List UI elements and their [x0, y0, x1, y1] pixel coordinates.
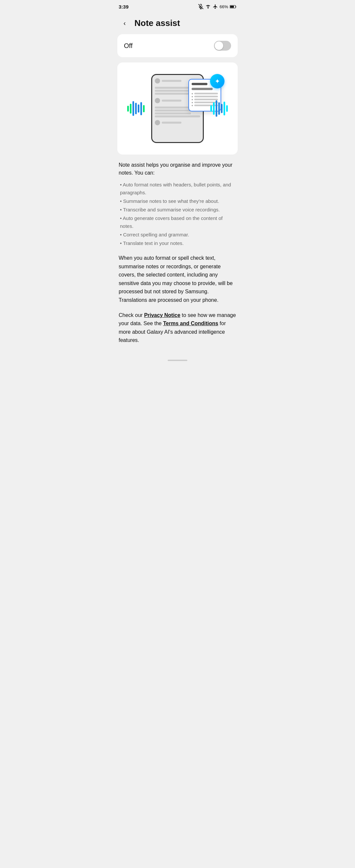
wave-bar: [132, 101, 134, 116]
bullet-5: • Correct spelling and grammar.: [120, 231, 236, 239]
bullet-dot: [192, 99, 193, 100]
wave-bar: [213, 102, 215, 115]
battery-icon: [230, 5, 236, 9]
desc-bullets: • Auto format notes with headers, bullet…: [119, 181, 236, 247]
avatar-circle: [155, 78, 160, 84]
wave-bar: [127, 105, 129, 112]
wave-bar: [130, 103, 131, 114]
text-line: [162, 100, 182, 102]
scroll-bar: [168, 360, 187, 361]
illustration-container: ✦: [124, 69, 231, 148]
desc-note: When you auto format or spell check text…: [119, 254, 236, 305]
bullet-2: • Summarise notes to see what they're ab…: [120, 197, 236, 205]
wave-bar: [211, 105, 212, 112]
bullet-3: • Transcribe and summarise voice recordi…: [120, 206, 236, 214]
wave-bar: [226, 105, 228, 112]
back-icon: ‹: [124, 20, 126, 27]
toggle-switch[interactable]: [214, 41, 231, 51]
wave-bar: [143, 105, 144, 112]
avatar-circle: [155, 120, 160, 125]
wave-bar: [138, 104, 139, 113]
airplane-icon: [213, 4, 218, 9]
sparkle-icon: ✦: [215, 77, 220, 85]
bullet-6: • Translate text in your notes.: [120, 239, 236, 247]
status-time: 3:39: [119, 4, 129, 9]
doc-title-line-wide: [192, 88, 213, 90]
bullet-1: • Auto format notes with headers, bullet…: [120, 181, 236, 197]
wave-bar: [135, 103, 137, 115]
text-line: [155, 90, 191, 92]
privacy-text-1: Check our: [119, 312, 144, 318]
bullet-line: [194, 93, 218, 94]
description-section: Note assist helps you organise and impro…: [114, 160, 241, 356]
svg-rect-4: [230, 6, 234, 7]
bullet-dot: [192, 96, 193, 97]
wave-bar: [216, 100, 217, 117]
doc-title-line: [192, 83, 207, 85]
phone-row: [155, 120, 200, 125]
toggle-knob: [215, 41, 223, 50]
page-title: Note assist: [134, 18, 180, 28]
toggle-card: Off: [117, 34, 238, 57]
wave-bar: [218, 102, 220, 115]
desc-privacy: Check our Privacy Notice to see how we m…: [119, 311, 236, 345]
mute-icon: [198, 4, 203, 9]
wave-bar: [140, 102, 142, 115]
status-bar: 3:39 66%: [114, 0, 241, 12]
header: ‹ Note assist: [114, 12, 241, 34]
text-line: [162, 122, 182, 124]
doc-bullet-row: [192, 96, 218, 97]
bullet-4: • Auto generate covers based on the cont…: [120, 214, 236, 230]
text-line: [162, 80, 182, 82]
status-icons: 66%: [198, 4, 236, 9]
avatar-circle: [155, 98, 160, 103]
illustration-card: ✦: [117, 62, 238, 155]
wifi-icon: [205, 4, 211, 9]
wave-right: [211, 100, 228, 117]
terms-conditions-link[interactable]: Terms and Conditions: [163, 320, 218, 326]
toggle-label: Off: [124, 42, 132, 50]
ai-badge: ✦: [210, 74, 225, 88]
text-line: [155, 115, 200, 117]
doc-bullet-row: [192, 93, 218, 94]
wave-left: [127, 101, 144, 116]
desc-intro: Note assist helps you organise and impro…: [119, 161, 236, 177]
scroll-indicator: [114, 356, 241, 364]
bullet-dot: [192, 105, 193, 106]
bullet-dot: [192, 93, 193, 94]
battery-text: 66%: [220, 4, 228, 9]
bullet-line: [194, 96, 218, 97]
text-line: [155, 113, 191, 115]
wave-bar: [221, 104, 223, 113]
bullet-dot: [192, 102, 193, 103]
wave-bar: [224, 102, 225, 115]
privacy-notice-link[interactable]: Privacy Notice: [144, 312, 180, 318]
back-button[interactable]: ‹: [119, 17, 130, 29]
